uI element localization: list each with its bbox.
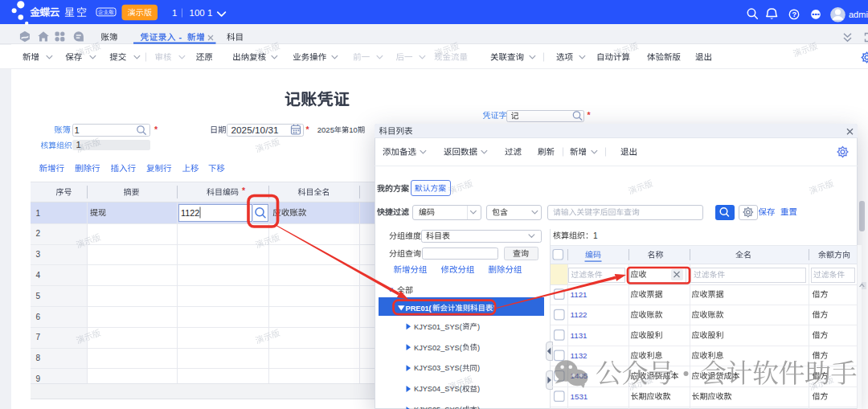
svg-text:2: 2 xyxy=(36,229,41,238)
svg-text:): ) xyxy=(477,406,480,409)
svg-text:1121: 1121 xyxy=(571,290,588,299)
svg-text:2025/10/31: 2025/10/31 xyxy=(231,125,279,136)
svg-text:6: 6 xyxy=(36,313,41,321)
svg-text:7: 7 xyxy=(36,333,41,342)
svg-text:1531: 1531 xyxy=(571,392,588,401)
svg-text:*: * xyxy=(154,125,158,134)
svg-text:*: * xyxy=(306,125,310,134)
svg-text:1131: 1131 xyxy=(571,331,588,340)
svg-text:1122: 1122 xyxy=(571,310,588,319)
svg-text:10: 10 xyxy=(349,125,358,134)
svg-text:9: 9 xyxy=(36,374,41,383)
svg-text:1132: 1132 xyxy=(571,351,588,360)
svg-text:1122: 1122 xyxy=(181,208,199,218)
svg-text:): ) xyxy=(477,385,480,393)
svg-text:KJYS05_SYS(: KJYS05_SYS( xyxy=(414,406,462,409)
svg-text:?: ? xyxy=(792,10,797,18)
svg-text:KJYS03_SYS(: KJYS03_SYS( xyxy=(414,364,462,372)
svg-text:8: 8 xyxy=(36,354,41,362)
svg-text:-: - xyxy=(179,32,182,42)
svg-text:3: 3 xyxy=(36,250,41,259)
svg-text:4: 4 xyxy=(36,271,41,280)
svg-text:2025: 2025 xyxy=(317,125,334,134)
svg-text:5: 5 xyxy=(36,292,41,301)
svg-text:1: 1 xyxy=(36,209,41,218)
svg-text:*: * xyxy=(242,186,246,195)
svg-text:admin: admin xyxy=(849,10,868,19)
svg-text:PRE01(: PRE01( xyxy=(406,305,432,313)
svg-text:1: 1 xyxy=(172,8,177,18)
svg-text:1: 1 xyxy=(75,125,80,135)
svg-text:): ) xyxy=(477,364,480,372)
svg-text:KJYS01_SYS(: KJYS01_SYS( xyxy=(414,323,462,331)
svg-text:): ) xyxy=(477,323,480,331)
svg-text:100 1: 100 1 xyxy=(190,8,213,18)
svg-text:): ) xyxy=(477,344,480,352)
svg-text:KJYS04_SYS(: KJYS04_SYS( xyxy=(414,385,462,393)
svg-text:*: * xyxy=(588,110,592,120)
svg-text:1: 1 xyxy=(593,231,598,240)
svg-text:KJYS02_SYS(: KJYS02_SYS( xyxy=(414,344,462,352)
